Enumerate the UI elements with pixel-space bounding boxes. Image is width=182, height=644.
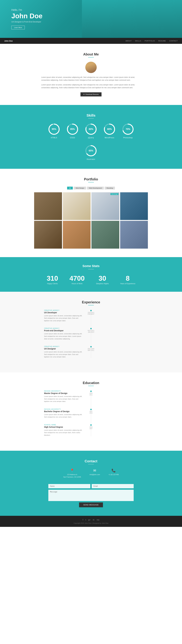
skill-percent: 95% bbox=[52, 128, 56, 130]
stat-number: 310 bbox=[47, 275, 58, 282]
tl-text: Lorem ipsum dolor sit amet, consectetur … bbox=[44, 429, 83, 436]
filter-web-design[interactable]: Web Design bbox=[74, 187, 86, 190]
about-title: About Me bbox=[41, 52, 141, 56]
timeline-date: 2010 2011 bbox=[86, 390, 96, 403]
timeline-content: CREATIVE AGENCY Front-end Developer Lore… bbox=[41, 328, 86, 340]
portfolio-item[interactable] bbox=[63, 192, 91, 220]
portfolio-item[interactable]: Web Design bbox=[92, 192, 119, 220]
filter-all[interactable]: All bbox=[67, 187, 73, 190]
skill-item: 70% Photoshop bbox=[122, 123, 134, 139]
social-googleplus[interactable]: g+ bbox=[88, 519, 90, 521]
skill-name: Illustrator bbox=[84, 158, 98, 160]
skill-item: 95% HTML5 bbox=[48, 123, 60, 139]
nav-link-about[interactable]: ABOUT bbox=[126, 40, 132, 42]
avatar-image bbox=[85, 62, 97, 73]
skill-item: 80% WordPress bbox=[103, 123, 116, 139]
date-start: NOV 2011 bbox=[86, 330, 96, 332]
skills-grid: 95% HTML5 85% CSS3 80% jQuery 80% bbox=[41, 123, 141, 160]
tl-company: SCHOOL NAME bbox=[44, 424, 83, 426]
contact-divider bbox=[88, 464, 94, 464]
social-rss[interactable]: rss bbox=[97, 519, 99, 521]
hero-cta-button[interactable]: Learn More bbox=[11, 26, 25, 29]
skill-percent: 80% bbox=[107, 128, 112, 130]
contact-message-input[interactable] bbox=[48, 490, 134, 501]
timeline-item: DESIGN UNIVERSITY Master Degree of Desig… bbox=[41, 390, 141, 403]
date-end: MAY 2011 bbox=[86, 350, 96, 351]
tl-role: Master Degree of Design bbox=[44, 392, 83, 394]
about-section: About Me Lorem ipsum dolor sit amet, con… bbox=[0, 44, 182, 105]
social-links: f t g+ in rss bbox=[3, 519, 179, 521]
nav-links: ABOUT SKILLS PORTFOLIO RESUME CONTACT bbox=[126, 40, 178, 42]
tl-text: Lorem ipsum dolor sit amet, consectetur … bbox=[44, 314, 83, 322]
portfolio-item[interactable] bbox=[63, 221, 91, 248]
nav-link-portfolio[interactable]: PORTFOLIO bbox=[145, 40, 155, 42]
stat-number: 4700 bbox=[69, 275, 84, 282]
filter-branding[interactable]: Branding bbox=[105, 187, 115, 190]
timeline-item: CREATIVE AGENCY UX Developer Lorem ipsum… bbox=[41, 310, 141, 322]
tl-role: High School Degree bbox=[44, 426, 83, 428]
contact-submit-button[interactable]: SEND MESSAGE bbox=[79, 502, 103, 507]
contact-title: Contact bbox=[11, 459, 171, 463]
stat-item: 4700 Hours of Work bbox=[69, 275, 84, 285]
stat-number: 8 bbox=[120, 275, 135, 282]
hero-role: UX Designer & Front End Developer bbox=[11, 21, 43, 23]
skill-name: CSS3 bbox=[66, 137, 79, 139]
nav-link-resume[interactable]: RESUME bbox=[158, 40, 166, 42]
experience-timeline: CREATIVE AGENCY UX Developer Lorem ipsum… bbox=[41, 310, 141, 358]
download-icon: ⬇ bbox=[83, 94, 84, 95]
experience-divider bbox=[88, 305, 94, 305]
contact-email-input[interactable] bbox=[92, 484, 134, 488]
portfolio-item[interactable] bbox=[34, 192, 62, 220]
contact-info-row: 📍 123 Address &San Francisco, CA 12345 ✉… bbox=[11, 468, 171, 478]
timeline-item: SCHOOL NAME High School Degree Lorem ips… bbox=[41, 424, 141, 436]
portfolio-item[interactable] bbox=[92, 221, 119, 248]
skill-circle: 70% bbox=[122, 123, 134, 136]
stats-grid: 310 Happy Clients 4700 Hours of Work 30 … bbox=[11, 275, 171, 285]
timeline-item: CREATIVE AGENCY UX Designer Lorem ipsum … bbox=[41, 346, 141, 358]
contact-icon: 📍 bbox=[63, 468, 81, 472]
tl-company: CREATIVE AGENCY bbox=[44, 310, 83, 311]
portfolio-item[interactable] bbox=[120, 221, 148, 248]
stat-item: 310 Happy Clients bbox=[47, 275, 58, 285]
filter-web-dev[interactable]: Web Development bbox=[87, 187, 104, 190]
portfolio-section: Portfolio All Web Design Web Development… bbox=[0, 169, 182, 257]
skill-percent: 70% bbox=[126, 128, 130, 130]
contact-info-item: 📍 123 Address &San Francisco, CA 12345 bbox=[63, 468, 81, 478]
hero-name: John Doe bbox=[11, 12, 43, 20]
contact-name-input[interactable] bbox=[48, 484, 90, 488]
date-end: PRESENT bbox=[86, 314, 96, 315]
social-linkedin[interactable]: in bbox=[93, 519, 95, 521]
timeline-date: 2004 2007 bbox=[86, 424, 96, 436]
hero-section: Hello, I'm John Doe UX Designer & Front … bbox=[0, 0, 182, 38]
nav-link-skills[interactable]: SKILLS bbox=[135, 40, 141, 42]
footer-copyright: Copyright 2015 John Doe | Designed by Jo… bbox=[3, 522, 179, 524]
date-start: 2010 bbox=[86, 392, 96, 394]
skill-percent: 65% bbox=[89, 150, 93, 152]
date-end: 2010 bbox=[86, 412, 96, 414]
contact-icon: ✉ bbox=[89, 468, 100, 472]
social-facebook[interactable]: f bbox=[83, 519, 83, 521]
timeline-content: DESIGN UNIVERSITY Bachelor Degree of Des… bbox=[41, 408, 86, 418]
date-start: FEB 2013 bbox=[86, 312, 96, 314]
skill-circle: 80% bbox=[84, 123, 98, 136]
form-name-email-row bbox=[48, 484, 134, 488]
portfolio-item[interactable] bbox=[34, 221, 62, 248]
stats-section: Some Stats 310 Happy Clients 4700 Hours … bbox=[0, 257, 182, 292]
portfolio-divider bbox=[88, 182, 94, 182]
download-resume-button[interactable]: ⬇ Download Resume bbox=[80, 92, 102, 96]
portfolio-badge: Web Design bbox=[111, 193, 118, 195]
timeline-item: 2007 2010 DESIGN UNIVERSITY Bachelor Deg… bbox=[41, 408, 141, 418]
nav-link-contact[interactable]: CONTACT bbox=[169, 40, 178, 42]
skill-circle: 65% bbox=[84, 144, 98, 157]
date-start: 2004 bbox=[86, 426, 96, 428]
skill-circle: 95% bbox=[48, 123, 60, 136]
tl-text: Lorem ipsum dolor sit amet, consectetur … bbox=[44, 351, 83, 358]
skill-name: Photoshop bbox=[122, 137, 134, 139]
education-title: Education bbox=[11, 381, 171, 385]
main-nav: John Doe ABOUT SKILLS PORTFOLIO RESUME C… bbox=[0, 38, 182, 44]
skill-percent: 85% bbox=[70, 128, 75, 130]
timeline-content: SCHOOL NAME High School Degree Lorem ips… bbox=[41, 424, 86, 436]
portfolio-item[interactable] bbox=[120, 192, 148, 220]
stat-item: 30 Sleepless Nights bbox=[96, 275, 109, 285]
social-twitter[interactable]: t bbox=[85, 519, 86, 521]
